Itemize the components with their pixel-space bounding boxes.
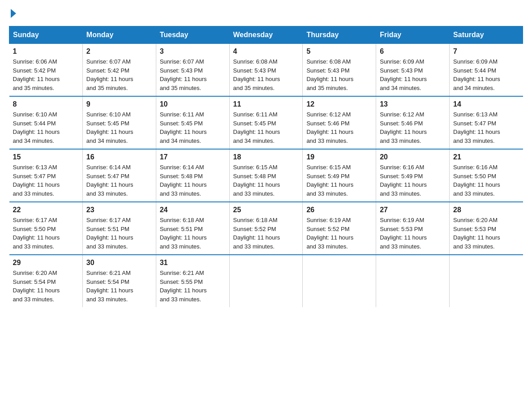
day-info: Sunrise: 6:16 AM Sunset: 5:49 PM Dayligh…: [380, 163, 446, 198]
day-number: 3: [160, 47, 226, 56]
calendar-cell: 26 Sunrise: 6:19 AM Sunset: 5:52 PM Dayl…: [303, 202, 376, 255]
day-number: 15: [13, 153, 79, 161]
calendar-week-row: 15 Sunrise: 6:13 AM Sunset: 5:47 PM Dayl…: [9, 149, 523, 202]
day-number: 21: [453, 153, 519, 161]
calendar-cell: 21 Sunrise: 6:16 AM Sunset: 5:50 PM Dayl…: [450, 149, 523, 202]
day-number: 8: [13, 100, 79, 108]
day-number: 6: [380, 47, 446, 56]
day-number: 14: [453, 100, 519, 108]
day-info: Sunrise: 6:17 AM Sunset: 5:51 PM Dayligh…: [86, 216, 152, 251]
day-info: Sunrise: 6:10 AM Sunset: 5:44 PM Dayligh…: [13, 110, 79, 145]
day-info: Sunrise: 6:16 AM Sunset: 5:50 PM Dayligh…: [453, 163, 519, 198]
calendar-cell: 15 Sunrise: 6:13 AM Sunset: 5:47 PM Dayl…: [9, 149, 83, 202]
calendar-cell: 3 Sunrise: 6:07 AM Sunset: 5:43 PM Dayli…: [156, 44, 229, 97]
calendar-cell: 8 Sunrise: 6:10 AM Sunset: 5:44 PM Dayli…: [9, 96, 83, 149]
weekday-header-monday: Monday: [82, 26, 156, 44]
calendar-cell: [229, 255, 303, 307]
day-info: Sunrise: 6:08 AM Sunset: 5:43 PM Dayligh…: [306, 57, 372, 92]
day-info: Sunrise: 6:18 AM Sunset: 5:51 PM Dayligh…: [160, 216, 226, 251]
calendar-cell: 19 Sunrise: 6:15 AM Sunset: 5:49 PM Dayl…: [303, 149, 376, 202]
day-info: Sunrise: 6:20 AM Sunset: 5:54 PM Dayligh…: [13, 269, 79, 304]
day-info: Sunrise: 6:14 AM Sunset: 5:47 PM Dayligh…: [86, 163, 152, 198]
day-info: Sunrise: 6:09 AM Sunset: 5:43 PM Dayligh…: [380, 57, 446, 92]
calendar-cell: 23 Sunrise: 6:17 AM Sunset: 5:51 PM Dayl…: [82, 202, 156, 255]
day-number: 11: [233, 100, 299, 108]
day-number: 31: [160, 259, 226, 267]
day-number: 7: [453, 47, 519, 56]
day-info: Sunrise: 6:17 AM Sunset: 5:50 PM Dayligh…: [13, 216, 79, 251]
page-header: [9, 9, 523, 19]
day-number: 30: [86, 259, 152, 267]
day-number: 26: [306, 206, 372, 214]
calendar-cell: 12 Sunrise: 6:12 AM Sunset: 5:46 PM Dayl…: [303, 96, 376, 149]
calendar-cell: [376, 255, 450, 307]
day-number: 4: [233, 47, 299, 56]
day-number: 5: [306, 47, 372, 56]
day-number: 10: [160, 100, 226, 108]
day-number: 16: [86, 153, 152, 161]
day-info: Sunrise: 6:18 AM Sunset: 5:52 PM Dayligh…: [233, 216, 299, 251]
calendar-cell: 9 Sunrise: 6:10 AM Sunset: 5:45 PM Dayli…: [82, 96, 156, 149]
day-info: Sunrise: 6:19 AM Sunset: 5:52 PM Dayligh…: [306, 216, 372, 251]
day-number: 1: [13, 47, 79, 56]
weekday-header-row: SundayMondayTuesdayWednesdayThursdayFrid…: [9, 26, 523, 44]
day-info: Sunrise: 6:15 AM Sunset: 5:48 PM Dayligh…: [233, 163, 299, 198]
calendar-cell: 31 Sunrise: 6:21 AM Sunset: 5:55 PM Dayl…: [156, 255, 229, 307]
day-info: Sunrise: 6:12 AM Sunset: 5:46 PM Dayligh…: [306, 110, 372, 145]
calendar-cell: 25 Sunrise: 6:18 AM Sunset: 5:52 PM Dayl…: [229, 202, 303, 255]
day-number: 27: [380, 206, 446, 214]
day-info: Sunrise: 6:13 AM Sunset: 5:47 PM Dayligh…: [13, 163, 79, 198]
day-number: 17: [160, 153, 226, 161]
calendar-cell: 4 Sunrise: 6:08 AM Sunset: 5:43 PM Dayli…: [229, 44, 303, 97]
day-number: 24: [160, 206, 226, 214]
calendar-cell: [303, 255, 376, 307]
day-info: Sunrise: 6:15 AM Sunset: 5:49 PM Dayligh…: [306, 163, 372, 198]
calendar-table: SundayMondayTuesdayWednesdayThursdayFrid…: [9, 26, 523, 307]
day-number: 9: [86, 100, 152, 108]
day-number: 28: [453, 206, 519, 214]
day-info: Sunrise: 6:07 AM Sunset: 5:42 PM Dayligh…: [86, 57, 152, 92]
calendar-week-row: 1 Sunrise: 6:06 AM Sunset: 5:42 PM Dayli…: [9, 44, 523, 97]
day-number: 29: [13, 259, 79, 267]
day-number: 12: [306, 100, 372, 108]
weekday-header-thursday: Thursday: [303, 26, 376, 44]
calendar-week-row: 8 Sunrise: 6:10 AM Sunset: 5:44 PM Dayli…: [9, 96, 523, 149]
weekday-header-tuesday: Tuesday: [156, 26, 229, 44]
weekday-header-sunday: Sunday: [9, 26, 83, 44]
weekday-header-friday: Friday: [376, 26, 450, 44]
calendar-cell: [450, 255, 523, 307]
day-number: 23: [86, 206, 152, 214]
calendar-cell: 17 Sunrise: 6:14 AM Sunset: 5:48 PM Dayl…: [156, 149, 229, 202]
calendar-cell: 30 Sunrise: 6:21 AM Sunset: 5:54 PM Dayl…: [82, 255, 156, 307]
calendar-cell: 20 Sunrise: 6:16 AM Sunset: 5:49 PM Dayl…: [376, 149, 450, 202]
calendar-cell: 24 Sunrise: 6:18 AM Sunset: 5:51 PM Dayl…: [156, 202, 229, 255]
day-info: Sunrise: 6:10 AM Sunset: 5:45 PM Dayligh…: [86, 110, 152, 145]
calendar-cell: 29 Sunrise: 6:20 AM Sunset: 5:54 PM Dayl…: [9, 255, 83, 307]
calendar-cell: 18 Sunrise: 6:15 AM Sunset: 5:48 PM Dayl…: [229, 149, 303, 202]
logo[interactable]: [9, 9, 16, 19]
day-info: Sunrise: 6:09 AM Sunset: 5:44 PM Dayligh…: [453, 57, 519, 92]
calendar-cell: 11 Sunrise: 6:11 AM Sunset: 5:45 PM Dayl…: [229, 96, 303, 149]
day-info: Sunrise: 6:06 AM Sunset: 5:42 PM Dayligh…: [13, 57, 79, 92]
day-info: Sunrise: 6:07 AM Sunset: 5:43 PM Dayligh…: [160, 57, 226, 92]
weekday-header-saturday: Saturday: [450, 26, 523, 44]
calendar-cell: 2 Sunrise: 6:07 AM Sunset: 5:42 PM Dayli…: [82, 44, 156, 97]
day-number: 19: [306, 153, 372, 161]
weekday-header-wednesday: Wednesday: [229, 26, 303, 44]
calendar-cell: 1 Sunrise: 6:06 AM Sunset: 5:42 PM Dayli…: [9, 44, 83, 97]
calendar-cell: 10 Sunrise: 6:11 AM Sunset: 5:45 PM Dayl…: [156, 96, 229, 149]
calendar-cell: 27 Sunrise: 6:19 AM Sunset: 5:53 PM Dayl…: [376, 202, 450, 255]
calendar-cell: 7 Sunrise: 6:09 AM Sunset: 5:44 PM Dayli…: [450, 44, 523, 97]
calendar-week-row: 22 Sunrise: 6:17 AM Sunset: 5:50 PM Dayl…: [9, 202, 523, 255]
day-number: 20: [380, 153, 446, 161]
day-info: Sunrise: 6:11 AM Sunset: 5:45 PM Dayligh…: [160, 110, 226, 145]
calendar-cell: 13 Sunrise: 6:12 AM Sunset: 5:46 PM Dayl…: [376, 96, 450, 149]
day-info: Sunrise: 6:21 AM Sunset: 5:55 PM Dayligh…: [160, 269, 226, 304]
day-info: Sunrise: 6:13 AM Sunset: 5:47 PM Dayligh…: [453, 110, 519, 145]
calendar-cell: 16 Sunrise: 6:14 AM Sunset: 5:47 PM Dayl…: [82, 149, 156, 202]
day-info: Sunrise: 6:12 AM Sunset: 5:46 PM Dayligh…: [380, 110, 446, 145]
logo-triangle-icon: [11, 9, 16, 18]
calendar-cell: 28 Sunrise: 6:20 AM Sunset: 5:53 PM Dayl…: [450, 202, 523, 255]
day-info: Sunrise: 6:14 AM Sunset: 5:48 PM Dayligh…: [160, 163, 226, 198]
calendar-cell: 14 Sunrise: 6:13 AM Sunset: 5:47 PM Dayl…: [450, 96, 523, 149]
